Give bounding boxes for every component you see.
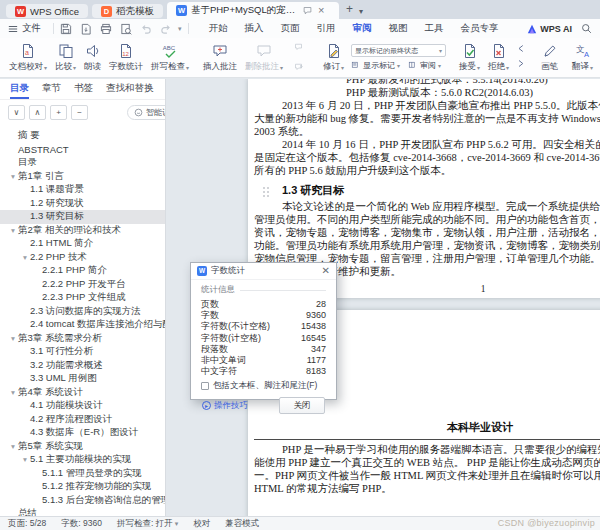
toc-item[interactable]: 5.1.3 后台宠物咨询信息的管理实现	[0, 494, 165, 508]
include-textbox-checkbox[interactable]: 包括文本框、脚注和尾注(F)	[201, 380, 326, 392]
print-preview-icon[interactable]	[120, 23, 132, 35]
sidebar-tab-4[interactable]: 查找和替换	[106, 79, 154, 99]
toc-collapse-caret-icon[interactable]: ▼	[20, 456, 30, 463]
toc-item[interactable]: 3.3 UML 用例图	[0, 372, 165, 386]
wps-ai-button[interactable]: WPS AI	[527, 24, 572, 34]
undo-icon[interactable]	[140, 23, 152, 35]
quick-access-caret-icon[interactable]: ▾	[178, 25, 182, 33]
toc-item[interactable]: 1.1 课题背景	[0, 183, 165, 197]
menu-item-8[interactable]: 会员专享	[461, 22, 499, 35]
toc-item[interactable]: 3.2 功能需求概述	[0, 359, 165, 373]
spellcheck-button[interactable]: ABC拼写检查▾	[147, 40, 193, 75]
toc-item[interactable]: 2.3 访问数据库的实现方法	[0, 305, 165, 319]
toc-item[interactable]: 2.2.2 PHP 开发平台	[0, 278, 165, 292]
status-item-3[interactable]: 拼写检查: 打开▾	[117, 518, 178, 530]
drag-handle-icon[interactable]	[263, 187, 265, 189]
toc-item[interactable]: 2.2.1 PHP 简介	[0, 264, 165, 278]
show-markup-button[interactable]: 显示标记▾	[351, 60, 400, 71]
toc-item[interactable]: 5.1.2 推荐宠物功能的实现	[0, 480, 165, 494]
print-icon[interactable]	[100, 23, 112, 35]
toc-item[interactable]: 5.1.1 管理员登录的实现	[0, 467, 165, 481]
insert-comment-button[interactable]: 插入批注	[199, 40, 241, 75]
translate-button[interactable]: 文A翻译▾	[568, 40, 597, 75]
toc-collapse-caret-icon[interactable]: ▼	[20, 254, 30, 261]
proofread-button[interactable]: a文档校对▾	[5, 40, 51, 75]
toc-item[interactable]: 摘 要	[0, 129, 165, 143]
reject-button[interactable]: 拒绝▾	[484, 40, 513, 75]
toc-item[interactable]: 4.2 程序流程图设计	[0, 413, 165, 427]
menu-item-6[interactable]: 视图	[389, 22, 408, 35]
toc-item[interactable]: 4.3 数据库（E-R）图设计	[0, 426, 165, 440]
toc-item[interactable]: 总结	[0, 507, 165, 516]
next-revision-button[interactable]	[516, 59, 528, 71]
prev-revision-button[interactable]	[516, 44, 528, 56]
file-menu[interactable]: 文件	[8, 22, 41, 35]
read-aloud-button[interactable]: 朗读	[80, 40, 105, 75]
compare-button[interactable]: 比较▾	[51, 40, 80, 75]
toc-item-label: 4.2 程序流程图设计	[30, 413, 112, 426]
menu-item-2[interactable]: 插入	[245, 22, 264, 35]
toc-item[interactable]: 2.2.3 PHP 文件组成	[0, 291, 165, 305]
toc-item[interactable]: ▼第5章 系统实现	[0, 440, 165, 454]
shrink-button[interactable]: −	[71, 105, 88, 120]
tips-link[interactable]: ▸ 操作技巧	[202, 400, 248, 412]
docer-template-tab[interactable]: D 稻壳模板	[92, 4, 163, 18]
toc-collapse-caret-icon[interactable]: ▼	[8, 173, 18, 180]
toc-item[interactable]: ▼第3章 系统需求分析	[0, 332, 165, 346]
menu-item-5[interactable]: 审阅	[353, 22, 372, 35]
dialog-titlebar[interactable]: W 字数统计 ✕	[191, 263, 336, 280]
toc-item[interactable]: 2.1 HTML 简介	[0, 237, 165, 251]
ribbon-button-label: 插入批注	[203, 61, 237, 73]
menu-item-3[interactable]: 页面	[281, 22, 300, 35]
document-tab[interactable]: W 基于PHP+MySQL的宠物Me... ×	[167, 2, 339, 19]
toc-item[interactable]: ▼第2章 相关的理论和技术	[0, 224, 165, 238]
status-item-5[interactable]: 兼容模式	[225, 518, 259, 530]
new-tab-button[interactable]: +	[346, 2, 353, 16]
collapse-all-button[interactable]: ∨	[8, 105, 25, 120]
status-item-1[interactable]: 页面: 5/28	[8, 518, 46, 530]
status-item-4[interactable]: 校对	[193, 518, 210, 530]
menu-item-1[interactable]: 开始	[209, 22, 228, 35]
revision-button[interactable]: 修订▾	[319, 40, 348, 75]
accept-button[interactable]: 接受▾	[455, 40, 484, 75]
toc-item[interactable]: ABSTRACT	[0, 143, 165, 157]
menu-item-4[interactable]: 引用	[317, 22, 336, 35]
expand-all-button[interactable]: ∧	[29, 105, 46, 120]
toc-item[interactable]: ▼第1章 引言	[0, 170, 165, 184]
toc-collapse-caret-icon[interactable]: ▼	[8, 389, 18, 396]
close-button[interactable]: 关闭	[279, 397, 325, 414]
toc-item[interactable]: 1.3 研究目标	[0, 210, 165, 224]
redo-icon[interactable]	[160, 23, 172, 35]
toc-item[interactable]: 4.1 功能模块设计	[0, 399, 165, 413]
review-pane-button[interactable]: 审阅▾	[408, 60, 441, 71]
status-item-2[interactable]: 字数: 9360	[61, 518, 102, 530]
output-pdf-icon[interactable]	[80, 23, 92, 35]
tab-list-caret-icon[interactable]: ▾	[359, 7, 363, 16]
toc-item[interactable]: ▼第4章 系统设计	[0, 386, 165, 400]
markup-state-dropdown[interactable]: 显示标记的最终状态▾	[351, 44, 446, 57]
save-icon[interactable]	[60, 23, 72, 35]
sidebar-tab-3[interactable]: 书签	[74, 79, 93, 99]
toc-item[interactable]: ▼5.1 主要功能模块的实现	[0, 453, 165, 467]
word-count-button[interactable]: 12字数统计	[105, 40, 147, 75]
toc-collapse-caret-icon[interactable]: ▼	[8, 227, 18, 234]
toc-item[interactable]: 目录	[0, 156, 165, 170]
menu-item-7[interactable]: 工具	[425, 22, 444, 35]
toc-item[interactable]: 1.2 研究现状	[0, 197, 165, 211]
sidebar-tab-2[interactable]: 章节	[42, 79, 61, 99]
enlarge-button[interactable]: +	[50, 105, 67, 120]
pen-button[interactable]: 画笔	[537, 40, 562, 75]
search-icon[interactable]	[581, 23, 592, 34]
tab-close-icon[interactable]: ×	[318, 5, 324, 16]
toc-item[interactable]: ▼2.2 PHP 技术	[0, 251, 165, 265]
dialog-close-icon[interactable]: ✕	[322, 266, 330, 276]
toc-collapse-caret-icon[interactable]: ▼	[8, 335, 18, 342]
checkbox-icon[interactable]	[201, 382, 209, 390]
toc-collapse-caret-icon[interactable]: ▼	[8, 443, 18, 450]
toc-item[interactable]: 2.4 tomcat 数据库连接池介绍与配置	[0, 318, 165, 332]
wps-home-tab[interactable]: W WPS Office	[6, 4, 88, 18]
dropdown-caret-icon: ▾	[439, 47, 442, 54]
sidebar-tab-1[interactable]: 目录	[10, 79, 29, 99]
toc-item[interactable]: 3.1 可行性分析	[0, 345, 165, 359]
smart-toc-button[interactable]: 智能识别目录	[127, 105, 166, 120]
